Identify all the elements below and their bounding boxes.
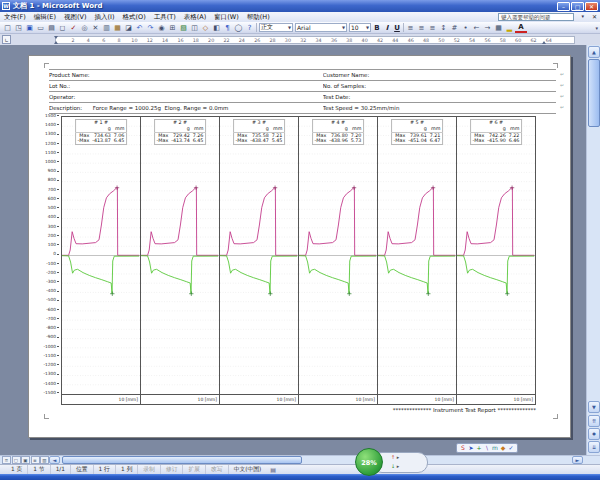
underline-button[interactable]: U: [392, 23, 402, 33]
email-icon[interactable]: ▭: [35, 23, 46, 33]
menu-item[interactable]: 编辑(E): [30, 12, 60, 22]
overlay-percent-badge[interactable]: 28%: [355, 448, 383, 476]
scroll-left-icon[interactable]: ◄: [49, 456, 60, 464]
bullets-icon[interactable]: •: [460, 23, 471, 33]
document-close-icon[interactable]: ✕: [592, 13, 597, 21]
view-normal-button[interactable]: ≡: [2, 456, 11, 464]
align-right-icon[interactable]: ≡: [427, 23, 438, 33]
horizontal-scroll-thumb[interactable]: [62, 456, 302, 464]
panel-stats-table: # 5 #gmmMax739.617.21-Max-451.046.47: [391, 119, 443, 145]
redo-icon[interactable]: ↷: [145, 23, 156, 33]
spelling-icon[interactable]: ✓: [68, 23, 79, 33]
hyperlink-icon[interactable]: ◉: [156, 23, 167, 33]
increase-indent-icon[interactable]: →: [482, 23, 493, 33]
hanging-indent-marker[interactable]: [54, 41, 58, 44]
line-spacing-icon[interactable]: ↕: [438, 23, 449, 33]
help-icon[interactable]: ?: [244, 23, 255, 33]
document-map-icon[interactable]: ◧: [211, 23, 222, 33]
show-hide-icon[interactable]: ¶: [222, 23, 233, 33]
panel-stats-table: # 3 #gmmMax735.587.21-Max-438.475.45: [233, 119, 285, 145]
new-document-icon[interactable]: □: [2, 23, 13, 33]
x-axis-end-label: 10 [mm]: [435, 397, 454, 402]
help-dropdown-icon[interactable]: ▾: [581, 13, 584, 19]
border-icon[interactable]: ▦: [493, 23, 504, 33]
crop-mark: [553, 63, 558, 68]
menu-item[interactable]: 工具(T): [150, 12, 180, 22]
scroll-down-icon[interactable]: ▼: [588, 401, 600, 413]
restore-button[interactable]: ▢: [571, 2, 584, 11]
pen-tool-icon[interactable]: +: [475, 444, 483, 452]
arrow-tool-icon[interactable]: ➤: [467, 444, 475, 452]
select-browse-object-button[interactable]: ●: [588, 428, 600, 440]
menu-item[interactable]: 文件(F): [0, 12, 30, 22]
toolbar-options-icon[interactable]: ▾: [595, 25, 598, 31]
capture-icon[interactable]: S: [459, 444, 467, 452]
next-page-button[interactable]: ⇊: [588, 441, 600, 453]
undo-icon[interactable]: ↶: [134, 23, 145, 33]
drawing-icon[interactable]: ◇: [200, 23, 211, 33]
align-center-icon[interactable]: ≡: [416, 23, 427, 33]
highlight-icon[interactable]: ▂: [504, 23, 515, 33]
first-line-indent-marker[interactable]: [54, 36, 58, 39]
check-tool-icon[interactable]: ✓: [507, 444, 515, 452]
save-icon[interactable]: ▣: [24, 23, 35, 33]
menu-item[interactable]: 帮助(H): [243, 12, 274, 22]
y-tick-label: -100: [46, 262, 59, 266]
menu-item[interactable]: 窗口(W): [210, 12, 243, 22]
help-question-box[interactable]: 键入需要帮助的问题: [498, 13, 574, 21]
header-row: Operator:Test Date:: [49, 92, 556, 103]
scroll-right-icon[interactable]: ►: [572, 456, 583, 464]
menu-item[interactable]: 格式(O): [119, 12, 150, 22]
style-combo[interactable]: 正文▼: [259, 23, 293, 32]
ruler-strip[interactable]: 2468101214161820222426283032343638404244…: [55, 36, 575, 44]
menu-item[interactable]: 视图(V): [60, 12, 91, 22]
vertical-scroll-thumb[interactable]: [588, 59, 600, 127]
page[interactable]: Product Name:Customer Name:Lot No.:No. o…: [28, 55, 571, 438]
standard-toolbar-icons: □◳▣▭▤◻✓◎✕▥▦◪↶↷◉⊞▧◫◇◧¶◯?: [2, 23, 255, 33]
font-combo[interactable]: Arial▼: [295, 23, 347, 32]
ruler-number: 28: [269, 38, 277, 43]
line-tool-icon[interactable]: \: [483, 444, 491, 452]
ruler-number: 50: [437, 38, 445, 43]
ruler-number: 6: [100, 38, 108, 43]
scroll-up-icon[interactable]: ▲: [588, 46, 600, 58]
columns-icon[interactable]: ◫: [189, 23, 200, 33]
font-size-combo[interactable]: 10▼: [349, 23, 371, 32]
word-app-icon: W: [2, 2, 10, 10]
stats-min-value: -Max: [313, 138, 328, 144]
insert-excel-icon[interactable]: ▧: [178, 23, 189, 33]
print-icon[interactable]: ▤: [46, 23, 57, 33]
zoom-icon[interactable]: ◯: [233, 23, 244, 33]
cut-icon[interactable]: ✕: [90, 23, 101, 33]
minimize-button[interactable]: –: [557, 2, 570, 11]
horizontal-scrollbar[interactable]: ≡▢▣≣▥ ◄ ►: [0, 455, 600, 464]
vertical-scrollbar[interactable]: ▲ ▼ ⇈ ● ⇊: [586, 45, 600, 455]
view-reading-button[interactable]: ▥: [40, 456, 49, 464]
previous-page-button[interactable]: ⇈: [588, 415, 600, 427]
view-web-button[interactable]: ▢: [12, 456, 21, 464]
view-outline-button[interactable]: ≣: [31, 456, 40, 464]
align-left-icon[interactable]: ≡: [405, 23, 416, 33]
italic-button[interactable]: I: [382, 23, 392, 33]
floating-toolbar[interactable]: S➤+\m◆✓: [456, 443, 518, 453]
shape-tool-icon[interactable]: ◆: [499, 444, 507, 452]
tab-selector-button[interactable]: ∟: [2, 35, 11, 44]
x-axis-strip: 10 [mm]: [141, 394, 219, 404]
numbering-icon[interactable]: #: [449, 23, 460, 33]
view-print-button[interactable]: ▣: [21, 456, 30, 464]
close-button[interactable]: ✕: [585, 2, 598, 11]
text-tool-icon[interactable]: m: [491, 444, 499, 452]
open-folder-icon[interactable]: ◳: [13, 23, 24, 33]
font-color-button[interactable]: A: [515, 23, 527, 33]
menu-item[interactable]: 表格(A): [180, 12, 211, 22]
insert-table-icon[interactable]: ⊞: [167, 23, 178, 33]
paste-icon[interactable]: ▦: [112, 23, 123, 33]
research-icon[interactable]: ◎: [79, 23, 90, 33]
copy-icon[interactable]: ▥: [101, 23, 112, 33]
decrease-indent-icon[interactable]: ←: [471, 23, 482, 33]
bold-button[interactable]: B: [372, 23, 382, 33]
menu-item[interactable]: 插入(I): [91, 12, 119, 22]
print-preview-icon[interactable]: ◻: [57, 23, 68, 33]
format-painter-icon[interactable]: ◪: [123, 23, 134, 33]
report-header-table: Product Name:Customer Name:Lot No.:No. o…: [49, 69, 556, 114]
